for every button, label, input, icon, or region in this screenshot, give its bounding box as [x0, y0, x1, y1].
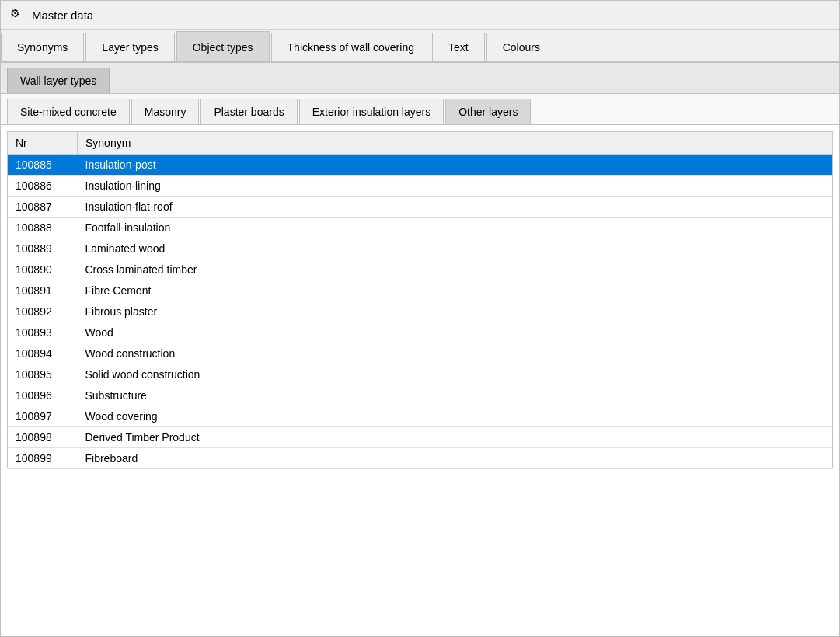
cell-nr: 100888: [8, 218, 78, 238]
cell-nr: 100892: [8, 301, 78, 322]
layer-tab-exterior-insulation[interactable]: Exterior insulation layers: [299, 99, 444, 124]
table-row[interactable]: 100888Footfall-insulation: [8, 218, 833, 238]
cell-nr: 100889: [8, 238, 78, 259]
cell-synonym: Wood covering: [78, 406, 833, 427]
gear-icon: ⚙: [10, 7, 26, 23]
cell-synonym: Insulation-flat-roof: [78, 197, 833, 218]
cell-nr: 100894: [8, 343, 78, 364]
table-row[interactable]: 100892Fibrous plaster: [8, 301, 833, 322]
title-bar: ⚙ Master data: [1, 1, 839, 30]
table-row[interactable]: 100899Fibreboard: [8, 448, 833, 469]
cell-nr: 100899: [8, 448, 78, 469]
cell-nr: 100885: [8, 155, 78, 176]
cell-synonym: Footfall-insulation: [78, 218, 833, 238]
col-header-synonym: Synonym: [78, 132, 833, 155]
cell-nr: 100893: [8, 322, 78, 343]
table-row[interactable]: 100895Solid wood construction: [8, 364, 833, 385]
table-row[interactable]: 100893Wood: [8, 322, 833, 343]
master-data-window: ⚙ Master data Synonyms Layer types Objec…: [0, 0, 840, 637]
table-row[interactable]: 100887Insulation-flat-roof: [8, 197, 833, 218]
table-row[interactable]: 100889Laminated wood: [8, 238, 833, 259]
cell-synonym: Insulation-lining: [78, 176, 833, 197]
tab-colours[interactable]: Colours: [486, 33, 556, 61]
table-row[interactable]: 100897Wood covering: [8, 406, 833, 427]
table-body: 100885Insulation-post100886Insulation-li…: [8, 155, 833, 469]
cell-nr: 100891: [8, 280, 78, 301]
cell-nr: 100887: [8, 197, 78, 218]
tab-synonyms[interactable]: Synonyms: [1, 33, 84, 61]
sub-tab-wall-layer-types[interactable]: Wall layer types: [7, 68, 110, 93]
window-title: Master data: [32, 9, 93, 22]
tab-thickness[interactable]: Thickness of wall covering: [271, 33, 430, 61]
top-tabs: Synonyms Layer types Object types Thickn…: [1, 30, 839, 63]
layer-tabs: Site-mixed concrete Masonry Plaster boar…: [1, 94, 839, 125]
tab-text[interactable]: Text: [432, 33, 485, 61]
table-row[interactable]: 100890Cross laminated timber: [8, 259, 833, 280]
table-container: Nr Synonym 100885Insulation-post100886In…: [1, 125, 839, 636]
layer-tab-other-layers[interactable]: Other layers: [445, 99, 531, 124]
cell-synonym: Solid wood construction: [78, 364, 833, 385]
data-table: Nr Synonym 100885Insulation-post100886In…: [7, 131, 833, 469]
cell-synonym: Insulation-post: [78, 155, 833, 176]
col-header-nr: Nr: [8, 132, 78, 155]
cell-synonym: Fibrous plaster: [78, 301, 833, 322]
tab-layer-types[interactable]: Layer types: [85, 33, 174, 61]
cell-nr: 100898: [8, 427, 78, 448]
table-row[interactable]: 100896Substructure: [8, 385, 833, 406]
sub-tabs: Wall layer types: [1, 63, 839, 94]
cell-synonym: Fibreboard: [78, 448, 833, 469]
cell-synonym: Wood construction: [78, 343, 833, 364]
table-row[interactable]: 100898Derived Timber Product: [8, 427, 833, 448]
cell-nr: 100896: [8, 385, 78, 406]
cell-nr: 100895: [8, 364, 78, 385]
layer-tab-masonry[interactable]: Masonry: [131, 99, 200, 124]
cell-synonym: Derived Timber Product: [78, 427, 833, 448]
cell-nr: 100890: [8, 259, 78, 280]
cell-nr: 100886: [8, 176, 78, 197]
table-row[interactable]: 100894Wood construction: [8, 343, 833, 364]
cell-synonym: Fibre Cement: [78, 280, 833, 301]
cell-synonym: Laminated wood: [78, 238, 833, 259]
cell-synonym: Wood: [78, 322, 833, 343]
table-row[interactable]: 100885Insulation-post: [8, 155, 833, 176]
table-header-row: Nr Synonym: [8, 132, 833, 155]
cell-synonym: Cross laminated timber: [78, 259, 833, 280]
layer-tab-plaster-boards[interactable]: Plaster boards: [200, 99, 297, 124]
cell-synonym: Substructure: [78, 385, 833, 406]
table-row[interactable]: 100891Fibre Cement: [8, 280, 833, 301]
table-row[interactable]: 100886Insulation-lining: [8, 176, 833, 197]
layer-tab-site-mixed[interactable]: Site-mixed concrete: [7, 99, 130, 124]
cell-nr: 100897: [8, 406, 78, 427]
tab-object-types[interactable]: Object types: [176, 31, 270, 61]
